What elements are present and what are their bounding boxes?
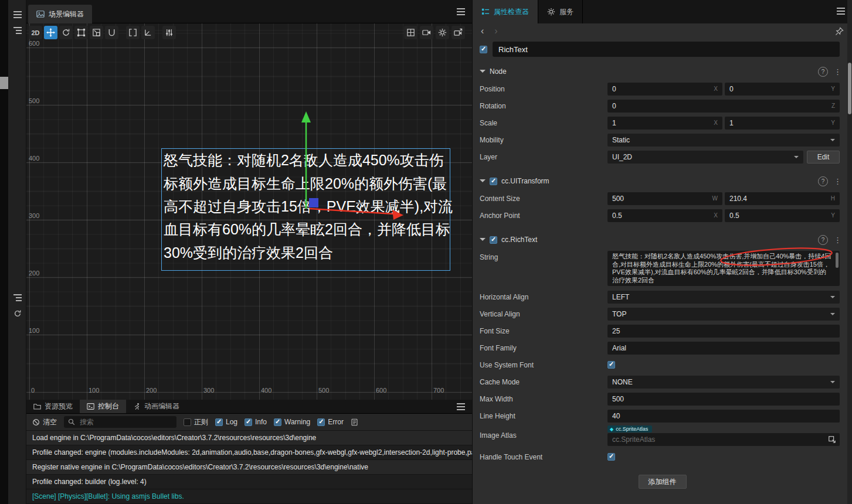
log-row[interactable]: [Scene] [Physics][Bullet]: Using asmjs B…: [26, 489, 472, 504]
node-active-checkbox[interactable]: [480, 46, 487, 53]
snap-tool-button[interactable]: [126, 26, 140, 39]
transform-space-button[interactable]: [141, 26, 155, 39]
inspector-menu-button[interactable]: [837, 8, 845, 16]
info-checkbox[interactable]: [245, 418, 252, 426]
inspector-scrollbar-thumb[interactable]: [848, 63, 851, 114]
help-icon[interactable]: [818, 235, 828, 245]
layout-tool-button[interactable]: [162, 26, 176, 39]
scale-x-input[interactable]: 1X: [607, 117, 722, 130]
regex-checkbox[interactable]: [184, 418, 191, 426]
asset-picker-button[interactable]: [828, 435, 836, 444]
back-button[interactable]: [481, 26, 484, 36]
console-search[interactable]: [64, 416, 176, 428]
position-y-input[interactable]: 0Y: [725, 83, 840, 96]
node-name-row: RichText: [473, 39, 852, 60]
string-scrollbar-thumb[interactable]: [836, 253, 839, 268]
rect-tool-button[interactable]: [74, 26, 88, 39]
regex-filter[interactable]: 正则: [184, 417, 208, 427]
content-size-h-input[interactable]: 210.4H: [725, 192, 840, 205]
layer-edit-button[interactable]: Edit: [807, 151, 840, 164]
log-row[interactable]: Load engine in C:\ProgramData\cocos\edit…: [26, 431, 472, 445]
use-system-font-checkbox[interactable]: [607, 361, 615, 369]
node-name-input[interactable]: RichText: [493, 42, 840, 57]
handle-touch-event-row: Handle Touch Event: [473, 448, 852, 465]
capture-button[interactable]: [452, 26, 465, 39]
collapsed-panel-grip[interactable]: [0, 77, 8, 89]
rotation-z-input[interactable]: 0Z: [607, 100, 840, 113]
richtext-node-selection[interactable]: 怒气技能：对随机2名敌人造成450%攻击伤 标额外造成目标生命上限20%的额外伤…: [161, 148, 450, 271]
folder-icon: [33, 403, 41, 410]
grid-toggle-button[interactable]: [404, 26, 417, 39]
more-options-icon[interactable]: [834, 236, 840, 244]
anchor-y-input[interactable]: 0.5Y: [725, 209, 840, 222]
error-checkbox[interactable]: [317, 418, 325, 426]
services-icon: [547, 8, 555, 16]
log-filter[interactable]: Log: [215, 418, 237, 426]
font-size-input[interactable]: 25: [607, 325, 840, 338]
richtext-section-header[interactable]: cc.RichText: [473, 231, 852, 248]
line-height-input[interactable]: 40: [607, 410, 840, 423]
tab-animation-editor[interactable]: 动画编辑器: [126, 400, 186, 413]
log-file-icon[interactable]: [351, 418, 358, 426]
uitransform-enabled-checkbox[interactable]: [490, 178, 497, 185]
mobility-select[interactable]: Static: [607, 134, 840, 147]
log-row[interactable]: Profile changed: builder (log.level: 4): [26, 475, 472, 489]
layer-select[interactable]: UI_2D: [607, 151, 803, 164]
tab-console[interactable]: 控制台: [80, 400, 126, 413]
horizontal-align-select[interactable]: LEFT: [607, 291, 840, 304]
scene-viewport[interactable]: 600 500 400 300 200 100 0 100 200 300 40…: [26, 23, 472, 400]
tab-services[interactable]: 服务: [538, 0, 583, 23]
max-width-input[interactable]: 500: [607, 393, 840, 406]
richtext-enabled-checkbox[interactable]: [490, 236, 497, 244]
gizmo-y-arrowhead[interactable]: [301, 111, 311, 122]
help-icon[interactable]: [818, 67, 828, 77]
image-atlas-asset-slot[interactable]: cc.SpriteAtlas: [607, 433, 840, 446]
more-options-icon[interactable]: [834, 67, 840, 76]
cache-mode-select[interactable]: NONE: [607, 376, 840, 389]
help-icon[interactable]: [818, 176, 828, 186]
scale-tool-button[interactable]: [90, 26, 103, 39]
vertical-align-select[interactable]: TOP: [607, 308, 840, 321]
string-textarea[interactable]: 怒气技能：对随机2名敌人造成450%攻击伤害,并增加自己40%暴击，持续4回合,…: [607, 251, 840, 286]
log-row[interactable]: Profile changed: engine (modules.include…: [26, 445, 472, 460]
content-size-w-input[interactable]: 500W: [607, 192, 722, 205]
forward-button[interactable]: [494, 26, 497, 36]
content-size-h-value: 210.4: [729, 195, 747, 203]
position-x-input[interactable]: 0X: [607, 83, 722, 96]
more-options-icon[interactable]: [834, 177, 840, 186]
warning-checkbox[interactable]: [274, 418, 281, 426]
refresh-button[interactable]: [13, 309, 22, 318]
handle-touch-event-checkbox[interactable]: [607, 453, 615, 461]
console-menu-button[interactable]: [457, 403, 465, 412]
rotate-tool-button[interactable]: [59, 26, 73, 39]
cache-mode-row: Cache Mode NONE: [473, 373, 852, 390]
inspector-scrollbar[interactable]: [847, 0, 852, 504]
camera-preview-button[interactable]: [420, 26, 433, 39]
anchor-x-input[interactable]: 0.5X: [607, 209, 722, 222]
ui-transform-tool-button[interactable]: [105, 26, 118, 39]
font-family-input[interactable]: Arial: [607, 342, 840, 355]
main-menu-button[interactable]: [13, 10, 22, 19]
scene-settings-button[interactable]: [436, 26, 449, 39]
error-filter[interactable]: Error: [317, 418, 344, 426]
uitransform-section-header[interactable]: cc.UITransform: [473, 172, 852, 190]
tab-asset-preview[interactable]: 资源预览: [26, 400, 80, 413]
warning-filter[interactable]: Warning: [274, 418, 310, 426]
tab-inspector[interactable]: 属性检查器: [473, 0, 538, 23]
console-search-input[interactable]: [79, 417, 172, 427]
chevron-down-icon: [794, 156, 799, 161]
log-row[interactable]: Register native engine in C:\ProgramData…: [26, 460, 472, 475]
mode-2d-button[interactable]: 2D: [29, 26, 42, 39]
pin-button[interactable]: [835, 27, 844, 36]
move-tool-button[interactable]: [44, 26, 57, 39]
hierarchy-button[interactable]: [13, 26, 22, 35]
info-filter[interactable]: Info: [245, 418, 267, 426]
panel-list-button[interactable]: [13, 293, 22, 302]
tab-scene-editor[interactable]: 场景编辑器: [28, 5, 92, 23]
scale-y-input[interactable]: 1Y: [725, 117, 840, 130]
add-component-button[interactable]: 添加组件: [639, 475, 687, 489]
log-checkbox[interactable]: [215, 418, 223, 426]
clear-console-button[interactable]: 清空: [32, 417, 57, 427]
scene-menu-button[interactable]: [457, 8, 465, 17]
node-section-header[interactable]: Node: [473, 63, 852, 80]
